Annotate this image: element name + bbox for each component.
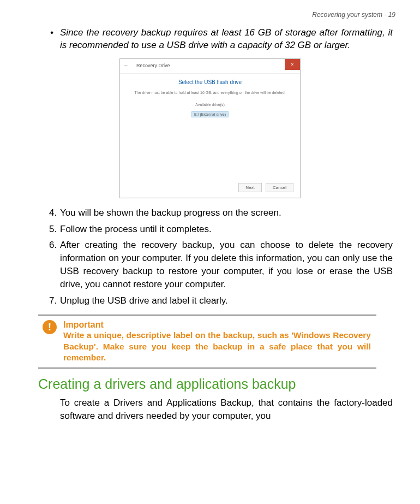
step-number: 7.	[49, 294, 57, 307]
step-5: 5. Follow the process until it completes…	[60, 223, 393, 236]
step-6: 6. After creating the recovery backup, y…	[60, 239, 393, 290]
section-body: To create a Drivers and Applications Bac…	[60, 396, 393, 423]
dialog-buttons: Next Cancel	[237, 181, 293, 192]
back-icon[interactable]: ←	[123, 62, 129, 68]
page-header: Recovering your system - 19	[22, 11, 398, 19]
section-heading: Creating a drivers and applications back…	[38, 376, 382, 392]
bullet-marker: •	[50, 27, 53, 39]
next-button[interactable]: Next	[238, 183, 261, 192]
dialog-titlebar: ← Recovery Drive ×	[120, 59, 300, 74]
dialog-title: Recovery Drive	[136, 63, 170, 68]
bullet-note: • Since the recovery backup requires at …	[60, 27, 393, 52]
cancel-button[interactable]: Cancel	[266, 183, 293, 192]
dialog-description: The drive must be able to hold at least …	[131, 91, 289, 94]
recovery-drive-dialog: ← Recovery Drive × Select the USB flash …	[119, 58, 301, 198]
step-text: After creating the recovery backup, you …	[60, 240, 393, 289]
step-number: 6.	[49, 239, 57, 252]
step-4: 4. You will be shown the backup progress…	[60, 206, 393, 220]
screenshot-wrapper: ← Recovery Drive × Select the USB flash …	[22, 58, 398, 198]
callout-body: Write a unique, descriptive label on the…	[63, 330, 371, 363]
dialog-heading: Select the USB flash drive	[131, 79, 289, 85]
step-number: 5.	[49, 223, 57, 236]
step-text: Unplug the USB drive and label it clearl…	[60, 295, 228, 306]
close-icon[interactable]: ×	[285, 59, 300, 70]
drive-option[interactable]: E:\ (External drive)	[191, 111, 229, 117]
important-callout: ! Important Write a unique, descriptive …	[38, 315, 376, 368]
exclamation-icon: !	[43, 320, 57, 334]
step-7: 7. Unplug the USB drive and label it cle…	[60, 294, 393, 307]
dialog-body: Select the USB flash drive The drive mus…	[120, 74, 300, 123]
callout-title: Important	[63, 320, 371, 330]
step-text: Follow the process until it completes.	[60, 224, 212, 234]
step-number: 4.	[49, 206, 57, 220]
available-drives-label: Available drive(s)	[131, 103, 289, 106]
bullet-text: Since the recovery backup requires at le…	[60, 27, 393, 50]
callout-content: Important Write a unique, descriptive la…	[63, 320, 371, 363]
step-text: You will be shown the backup progress on…	[60, 207, 281, 218]
